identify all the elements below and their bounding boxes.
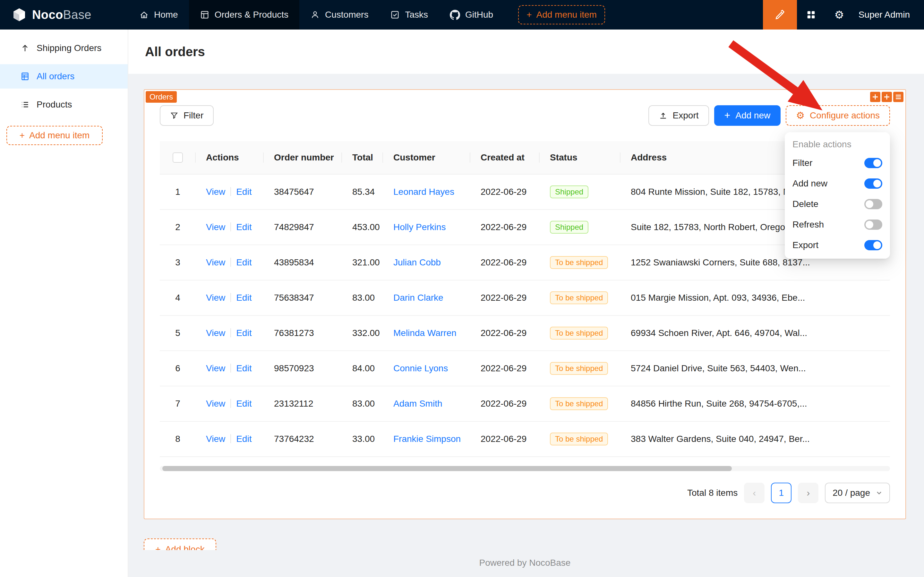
- enable-action-item[interactable]: Delete: [785, 194, 890, 214]
- row-index-cell: 5: [160, 328, 196, 338]
- customer-link[interactable]: Darin Clarke: [393, 293, 443, 303]
- table-row[interactable]: 4 ViewEdit 75638347 83.00 Darin Clarke 2…: [160, 280, 890, 316]
- user-menu[interactable]: Super Admin: [853, 10, 924, 20]
- pagination-page-1[interactable]: 1: [771, 483, 792, 503]
- select-all-checkbox[interactable]: [172, 152, 183, 163]
- customer-link[interactable]: Holly Perkins: [393, 222, 446, 232]
- nav-add-menu-item-button[interactable]: + Add menu item: [518, 5, 605, 24]
- export-button[interactable]: Export: [649, 105, 709, 126]
- column-header-customer: Customer: [383, 152, 470, 163]
- row-actions-cell: ViewEdit: [196, 363, 264, 374]
- customer-link[interactable]: Melinda Warren: [393, 328, 457, 338]
- toggle-switch[interactable]: [864, 158, 882, 168]
- nav-item-tasks[interactable]: Tasks: [379, 0, 439, 29]
- filter-button[interactable]: Filter: [160, 105, 214, 126]
- powered-by-footer: Powered by NocoBase: [144, 551, 906, 577]
- enable-action-item[interactable]: Add new: [785, 173, 890, 194]
- add-block-button[interactable]: + Add block: [144, 538, 216, 550]
- customer-link[interactable]: Adam Smith: [393, 398, 443, 409]
- view-link[interactable]: View: [206, 398, 225, 409]
- view-link[interactable]: View: [206, 434, 225, 444]
- table-row[interactable]: 7 ViewEdit 23132112 83.00 Adam Smith 202…: [160, 386, 890, 422]
- add-new-button[interactable]: + Add new: [714, 105, 781, 126]
- sidebar-item-products[interactable]: Products: [0, 92, 128, 117]
- table-row[interactable]: 6 ViewEdit 98570923 84.00 Connie Lyons 2…: [160, 351, 890, 386]
- table-row[interactable]: 5 ViewEdit 76381273 332.00 Melinda Warre…: [160, 316, 890, 351]
- nav-item-orders-products[interactable]: Orders & Products: [189, 0, 299, 29]
- edit-link[interactable]: Edit: [236, 257, 251, 267]
- view-link[interactable]: View: [206, 222, 225, 232]
- main-menu: Home Orders & Products Customers Tasks G…: [128, 0, 504, 29]
- edit-link[interactable]: Edit: [236, 187, 251, 197]
- pagination-next-button[interactable]: ›: [798, 483, 818, 503]
- nav-item-home[interactable]: Home: [128, 0, 189, 29]
- table-row[interactable]: 2 ViewEdit 74829847 453.00 Holly Perkins…: [160, 210, 890, 245]
- settings-gear-icon[interactable]: ⚙: [825, 0, 853, 29]
- table-row[interactable]: 3 ViewEdit 43895834 321.00 Julian Cobb 2…: [160, 245, 890, 280]
- created-at-cell: 2022-06-29: [470, 328, 540, 338]
- toggle-switch[interactable]: [864, 179, 882, 189]
- customer-link[interactable]: Connie Lyons: [393, 363, 448, 373]
- horizontal-scrollbar: [160, 466, 890, 471]
- edit-link[interactable]: Edit: [236, 222, 251, 232]
- row-actions-cell: ViewEdit: [196, 187, 264, 197]
- drag-handle-icon[interactable]: [870, 92, 881, 102]
- plugins-grid-icon[interactable]: [797, 0, 825, 29]
- order-number-cell: 43895834: [264, 257, 342, 268]
- view-link[interactable]: View: [206, 293, 225, 303]
- enable-action-item[interactable]: Refresh: [785, 214, 890, 235]
- view-link[interactable]: View: [206, 328, 225, 338]
- action-divider: [230, 222, 231, 231]
- pagination-total: Total 8 items: [687, 488, 737, 498]
- toggle-switch[interactable]: [864, 240, 882, 250]
- ui-editor-button[interactable]: [763, 0, 797, 29]
- sidebar-add-menu-item-button[interactable]: + Add menu item: [6, 126, 103, 145]
- orders-table: Actions Order number Total Customer Crea…: [160, 141, 890, 457]
- configure-actions-button[interactable]: ⚙ Configure actions: [786, 105, 890, 126]
- nocobase-logo[interactable]: NocoBase: [0, 7, 128, 23]
- row-actions-cell: ViewEdit: [196, 398, 264, 409]
- horizontal-scrollbar-thumb[interactable]: [163, 466, 732, 471]
- block-designer-tag[interactable]: Orders: [146, 91, 177, 103]
- customer-link[interactable]: Leonard Hayes: [393, 187, 454, 197]
- edit-link[interactable]: Edit: [236, 328, 251, 338]
- schema-settings-menu-icon[interactable]: [893, 92, 903, 102]
- pagination-prev-button[interactable]: ‹: [744, 483, 765, 503]
- address-cell: 383 Walter Gardens, Suite 040, 24947, Be…: [620, 434, 890, 444]
- customer-link[interactable]: Julian Cobb: [393, 257, 441, 267]
- table-row[interactable]: 8 ViewEdit 73764232 33.00 Frankie Simpso…: [160, 422, 890, 457]
- navbar-right-actions: ⚙ Super Admin: [763, 0, 924, 29]
- action-divider: [230, 187, 231, 196]
- table-header-row: Actions Order number Total Customer Crea…: [160, 141, 890, 174]
- edit-link[interactable]: Edit: [236, 293, 251, 303]
- sidebar-item-shipping-orders[interactable]: Shipping Orders: [0, 36, 128, 60]
- address-cell: 1252 Swaniawski Corners, Suite 688, 8137…: [620, 257, 890, 268]
- sidebar-item-all-orders[interactable]: All orders: [0, 64, 128, 89]
- view-link[interactable]: View: [206, 363, 225, 373]
- page-size-select[interactable]: 20 / page: [825, 483, 890, 503]
- enable-action-label: Export: [792, 240, 818, 250]
- pagination: Total 8 items ‹ 1 › 20 / page: [160, 483, 890, 503]
- table-row[interactable]: 1 ViewEdit 38475647 85.34 Leonard Hayes …: [160, 174, 890, 210]
- dropdown-header: Enable actions: [785, 135, 890, 153]
- initializer-plus-icon[interactable]: [882, 92, 892, 102]
- edit-link[interactable]: Edit: [236, 398, 251, 409]
- nav-item-customers[interactable]: Customers: [299, 0, 379, 29]
- column-header-total: Total: [342, 152, 383, 163]
- enable-action-item[interactable]: Filter: [785, 153, 890, 173]
- toggle-switch[interactable]: [864, 219, 882, 230]
- status-badge: To be shipped: [550, 292, 608, 304]
- table-body: 1 ViewEdit 38475647 85.34 Leonard Hayes …: [160, 174, 890, 457]
- view-link[interactable]: View: [206, 187, 225, 197]
- edit-link[interactable]: Edit: [236, 434, 251, 444]
- customer-link[interactable]: Frankie Simpson: [393, 434, 461, 444]
- home-icon: [139, 10, 149, 19]
- nav-item-github[interactable]: GitHub: [439, 0, 504, 29]
- row-index-cell: 3: [160, 257, 196, 268]
- toggle-switch[interactable]: [864, 199, 882, 209]
- row-actions-cell: ViewEdit: [196, 434, 264, 444]
- view-link[interactable]: View: [206, 257, 225, 267]
- status-cell: Shipped: [540, 185, 620, 198]
- enable-action-item[interactable]: Export: [785, 235, 890, 255]
- edit-link[interactable]: Edit: [236, 363, 251, 373]
